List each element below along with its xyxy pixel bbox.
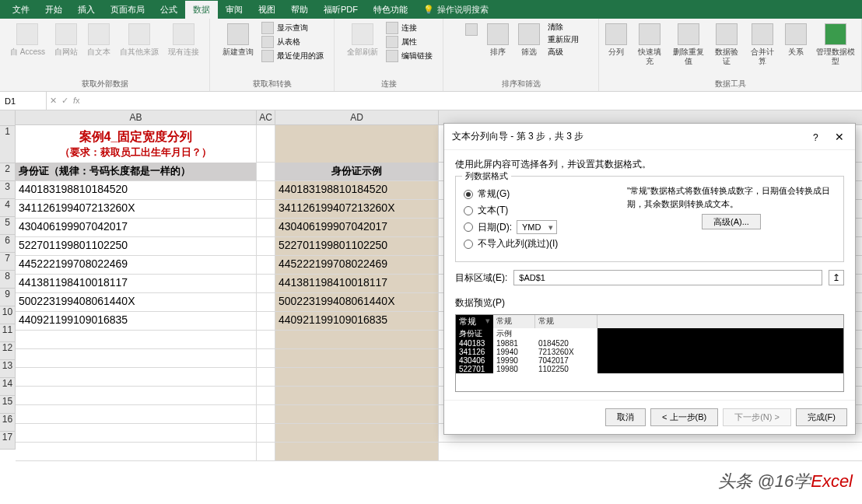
group-data-tools: 数据工具 — [715, 79, 746, 89]
remove-dup-button[interactable]: 删除重复值 — [671, 22, 706, 68]
relationships-button[interactable]: 关系 — [783, 22, 808, 58]
format-info: "常规"数据格式将数值转换成数字，日期值会转换成日期，其余数据则转换成文本。 — [627, 184, 836, 210]
advanced-button[interactable]: 高级(A)... — [702, 214, 761, 229]
tab-feature[interactable]: 特色功能 — [366, 1, 415, 19]
name-box[interactable]: D1 — [0, 92, 47, 110]
existing-conn-button[interactable]: 现有连接 — [166, 22, 201, 58]
tab-layout[interactable]: 页面布局 — [103, 1, 152, 19]
row-header-11[interactable]: 11 — [0, 324, 15, 342]
from-text-button[interactable]: 自文本 — [86, 22, 112, 58]
cancel-icon[interactable]: ✕ — [50, 96, 57, 106]
data-preview: 常规 常规 常规 身份证示例 440183198810184520 341126… — [455, 314, 844, 392]
header-ad: 身份证示例 — [275, 163, 439, 180]
date-format-select[interactable]: YMD — [517, 220, 557, 234]
radio-general[interactable]: 常规(G) — [464, 187, 611, 201]
dialog-help[interactable]: ? — [813, 132, 818, 143]
preview-label: 数据预览(P) — [455, 296, 844, 310]
new-query-button[interactable]: 新建查询 — [221, 22, 255, 58]
manage-model-button[interactable]: 管理数据模型 — [815, 22, 857, 68]
consolidate-button[interactable]: 合并计算 — [748, 22, 777, 68]
properties[interactable]: 属性 — [386, 36, 433, 48]
col-header-ad[interactable]: AD — [275, 110, 439, 124]
row-header-4[interactable]: 4 — [0, 199, 15, 217]
back-button[interactable]: < 上一步(B) — [650, 408, 718, 426]
subtitle-cell: （要求：获取员工出生年月日？） — [19, 145, 253, 159]
tab-help[interactable]: 帮助 — [283, 1, 316, 19]
cell-ab5: 430406199907042017 — [16, 219, 257, 236]
from-access-button[interactable]: 自 Access — [9, 22, 47, 58]
row-header-6[interactable]: 6 — [0, 235, 15, 253]
from-table[interactable]: 从表格 — [261, 36, 324, 48]
dialog-title: 文本分列向导 - 第 3 步，共 3 步 — [452, 130, 583, 143]
cell-ad10: 440921199109016835 — [275, 312, 439, 330]
cancel-button[interactable]: 取消 — [605, 408, 646, 426]
row-header-2[interactable]: 2 — [0, 163, 15, 181]
row-header-16[interactable]: 16 — [0, 414, 15, 432]
sort-button[interactable]: 排序 — [485, 22, 510, 58]
row-header-10[interactable]: 10 — [0, 306, 15, 324]
col-header-ac[interactable]: AC — [257, 110, 275, 124]
show-query[interactable]: 显示查询 — [261, 22, 324, 34]
tab-pdf[interactable]: 福昕PDF — [316, 1, 366, 19]
next-button[interactable]: 下一步(N) > — [723, 408, 791, 426]
cell-ad8: 441381198410018117 — [275, 275, 439, 292]
tab-formula[interactable]: 公式 — [152, 1, 185, 19]
tab-insert[interactable]: 插入 — [70, 1, 103, 19]
advanced-filter[interactable]: 高级 — [548, 47, 579, 58]
from-web-button[interactable]: 自网站 — [53, 22, 79, 58]
cell-ad7: 445222199708022469 — [275, 256, 439, 274]
radio-text[interactable]: 文本(T) — [464, 204, 611, 217]
group-sort-filter: 排序和筛选 — [502, 79, 541, 89]
row-header-1[interactable]: 1 — [0, 126, 15, 163]
dialog-desc: 使用此屏内容可选择各列，并设置其数据格式。 — [455, 158, 844, 171]
refresh-all-button[interactable]: 全部刷新 — [345, 22, 380, 58]
row-header-12[interactable]: 12 — [0, 342, 15, 360]
cell-ab7: 445222199708022469 — [16, 256, 257, 274]
row-header-15[interactable]: 15 — [0, 396, 15, 414]
fx-icon[interactable]: fx — [73, 96, 80, 106]
filter-button[interactable]: 筛选 — [517, 22, 541, 58]
dest-input[interactable] — [513, 270, 822, 285]
text-to-columns-dialog: 文本分列向导 - 第 3 步，共 3 步 ? ✕ 使用此屏内容可选择各列，并设置… — [443, 123, 856, 435]
text-to-columns-button[interactable]: 分列 — [604, 22, 629, 58]
tab-view[interactable]: 视图 — [251, 1, 283, 19]
title-cell: 案例4_固定宽度分列 — [19, 129, 253, 145]
row-header-8[interactable]: 8 — [0, 271, 15, 289]
finish-button[interactable]: 完成(F) — [796, 408, 847, 426]
ribbon-data: 自 Access 自网站 自文本 自其他来源 现有连接 获取外部数据 新建查询 … — [0, 19, 862, 92]
tell-me[interactable]: 💡 操作说明搜索 — [423, 4, 489, 16]
tab-home[interactable]: 开始 — [37, 1, 70, 19]
range-picker-icon[interactable]: ↥ — [829, 270, 844, 285]
radio-date[interactable]: 日期(D): YMD — [464, 220, 611, 234]
cell-ad6: 522701199801102250 — [275, 237, 439, 255]
connections[interactable]: 连接 — [386, 22, 433, 34]
tab-data[interactable]: 数据 — [185, 1, 218, 19]
cell-ad9: 500223199408061440X — [275, 293, 439, 311]
reapply-filter[interactable]: 重新应用 — [548, 34, 579, 45]
row-header-9[interactable]: 9 — [0, 289, 15, 306]
clear-filter[interactable]: 清除 — [548, 22, 579, 33]
flash-fill-button[interactable]: 快速填充 — [635, 22, 664, 68]
radio-skip[interactable]: 不导入此列(跳过)(I) — [464, 237, 611, 250]
dialog-close-button[interactable]: ✕ — [832, 131, 847, 143]
az-sort[interactable] — [464, 22, 479, 37]
tab-file[interactable]: 文件 — [5, 1, 37, 19]
row-header-3[interactable]: 3 — [0, 181, 15, 199]
cell-ab10: 440921199109016835 — [16, 312, 257, 330]
tab-review[interactable]: 审阅 — [218, 1, 251, 19]
edit-links[interactable]: 编辑链接 — [386, 50, 433, 62]
row-header-7[interactable]: 7 — [0, 253, 15, 271]
from-other-button[interactable]: 自其他来源 — [118, 22, 160, 58]
enter-icon[interactable]: ✓ — [61, 96, 68, 106]
row-header-13[interactable]: 13 — [0, 360, 15, 378]
select-all[interactable] — [0, 110, 16, 126]
row-header-14[interactable]: 14 — [0, 378, 15, 396]
data-validation-button[interactable]: 数据验证 — [713, 22, 742, 68]
row-header-17[interactable]: 17 — [0, 432, 15, 450]
cell-ab8: 441381198410018117 — [16, 275, 257, 292]
cell-ad5: 430406199907042017 — [275, 219, 439, 236]
row-header-5[interactable]: 5 — [0, 217, 15, 235]
formula-bar: D1 ✕ ✓ fx — [0, 92, 862, 110]
col-header-ab[interactable]: AB — [16, 110, 257, 124]
recent-source[interactable]: 最近使用的源 — [261, 50, 324, 62]
